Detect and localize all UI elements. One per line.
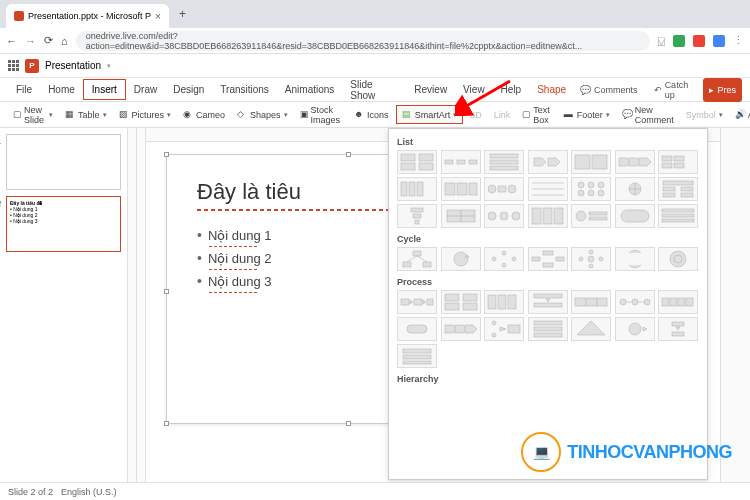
svg-rect-113: [678, 298, 685, 306]
browser-tab[interactable]: Presentation.pptx - Microsoft P ×: [6, 4, 169, 28]
smartart-item[interactable]: [397, 204, 437, 228]
footer-button[interactable]: ▬Footer▾: [559, 106, 615, 123]
new-comment-button[interactable]: 💬New Comment: [617, 102, 679, 128]
doc-title[interactable]: Presentation: [45, 60, 101, 71]
tab-shape[interactable]: Shape: [529, 80, 574, 99]
tab-insert[interactable]: Insert: [83, 79, 126, 100]
smartart-button[interactable]: ▤SmartArt▾: [396, 105, 464, 124]
new-tab-button[interactable]: +: [173, 7, 192, 21]
new-slide-button[interactable]: ▢New Slide▾: [8, 102, 58, 128]
tab-review[interactable]: Review: [406, 80, 455, 99]
smartart-item[interactable]: [615, 204, 655, 228]
home-button[interactable]: ⌂: [61, 35, 68, 47]
tab-home[interactable]: Home: [40, 80, 83, 99]
thumbnail-slide-2[interactable]: 2 Đây là tiêu đề • Nội dung 1 • Nội dung…: [6, 196, 121, 252]
close-tab-icon[interactable]: ×: [155, 11, 161, 22]
resize-handle[interactable]: [164, 152, 169, 157]
smartart-item[interactable]: [658, 204, 698, 228]
smartart-item[interactable]: [441, 290, 481, 314]
smartart-item[interactable]: [397, 247, 437, 271]
smartart-item[interactable]: [528, 150, 568, 174]
smartart-item[interactable]: [484, 290, 524, 314]
smartart-item[interactable]: [571, 150, 611, 174]
thumbnail-slide-1[interactable]: 1: [6, 134, 121, 190]
back-button[interactable]: ←: [6, 35, 17, 47]
textbox-button[interactable]: ▢Text Box: [517, 102, 557, 128]
present-button[interactable]: ▸ Pres: [703, 78, 742, 102]
table-button[interactable]: ▦Table▾: [60, 106, 112, 123]
smartart-item[interactable]: [397, 177, 437, 201]
extension-icon-3[interactable]: [713, 35, 725, 47]
smartart-item[interactable]: [528, 177, 568, 201]
audio-button[interactable]: 🔊Audio: [730, 106, 750, 123]
smartart-item[interactable]: [397, 290, 437, 314]
smartart-item[interactable]: [658, 247, 698, 271]
svg-rect-4: [445, 160, 453, 164]
smartart-item[interactable]: [615, 150, 655, 174]
smartart-item[interactable]: [571, 204, 611, 228]
ribbon-tabs: File Home Insert Draw Design Transitions…: [0, 78, 750, 102]
smartart-item[interactable]: [484, 177, 524, 201]
smartart-item[interactable]: [397, 344, 437, 368]
smartart-item[interactable]: [658, 150, 698, 174]
smartart-item[interactable]: [571, 317, 611, 341]
share-icon[interactable]: ⍌: [658, 35, 665, 47]
smartart-item[interactable]: [528, 317, 568, 341]
tab-transitions[interactable]: Transitions: [212, 80, 277, 99]
extension-icon-2[interactable]: [693, 35, 705, 47]
smartart-item[interactable]: [658, 317, 698, 341]
smartart-item[interactable]: [658, 290, 698, 314]
smartart-item[interactable]: [397, 317, 437, 341]
stock-images-button[interactable]: ▣Stock Images: [295, 102, 348, 128]
smartart-item[interactable]: [615, 247, 655, 271]
shapes-icon: ◇: [237, 109, 248, 120]
smartart-item[interactable]: [571, 177, 611, 201]
smartart-item[interactable]: [615, 317, 655, 341]
resize-handle[interactable]: [346, 421, 351, 426]
smartart-item[interactable]: [528, 247, 568, 271]
smartart-item[interactable]: [441, 177, 481, 201]
smartart-item[interactable]: [484, 150, 524, 174]
smartart-item[interactable]: [484, 247, 524, 271]
svg-rect-5: [457, 160, 465, 164]
smartart-item[interactable]: [528, 204, 568, 228]
pictures-button[interactable]: ▨Pictures▾: [114, 106, 177, 123]
tab-file[interactable]: File: [8, 80, 40, 99]
comments-button[interactable]: 💬 Comments: [574, 78, 644, 102]
resize-handle[interactable]: [164, 289, 169, 294]
watermark-icon: 💻: [521, 432, 561, 472]
smartart-item[interactable]: [441, 247, 481, 271]
tab-design[interactable]: Design: [165, 80, 212, 99]
tab-animations[interactable]: Animations: [277, 80, 342, 99]
smartart-item[interactable]: [571, 247, 611, 271]
cameo-button[interactable]: ◉Cameo: [178, 106, 230, 123]
svg-point-84: [589, 264, 593, 268]
smartart-item[interactable]: [441, 150, 481, 174]
catchup-button[interactable]: ↶ Catch up: [648, 78, 700, 102]
smartart-item[interactable]: [397, 150, 437, 174]
language-indicator[interactable]: English (U.S.): [61, 487, 117, 497]
smartart-item[interactable]: [484, 317, 524, 341]
smartart-item[interactable]: [571, 290, 611, 314]
smartart-item[interactable]: [658, 177, 698, 201]
extension-icon-1[interactable]: [673, 35, 685, 47]
resize-handle[interactable]: [346, 152, 351, 157]
svg-rect-57: [543, 208, 552, 224]
forward-button[interactable]: →: [25, 35, 36, 47]
app-launcher-icon[interactable]: [8, 60, 19, 71]
tab-slideshow[interactable]: Slide Show: [342, 75, 406, 105]
url-input[interactable]: onedrive.live.com/edit?action=editnew&id…: [76, 31, 650, 51]
smartart-item[interactable]: [528, 290, 568, 314]
smartart-item[interactable]: [484, 204, 524, 228]
smartart-item[interactable]: [615, 177, 655, 201]
smartart-item[interactable]: [615, 290, 655, 314]
chevron-down-icon[interactable]: ▾: [107, 62, 111, 70]
icons-button[interactable]: ☻Icons: [349, 106, 394, 123]
reload-button[interactable]: ⟳: [44, 34, 53, 47]
smartart-item[interactable]: [441, 317, 481, 341]
smartart-item[interactable]: [441, 204, 481, 228]
tab-draw[interactable]: Draw: [126, 80, 165, 99]
resize-handle[interactable]: [164, 421, 169, 426]
shapes-button[interactable]: ◇Shapes▾: [232, 106, 293, 123]
browser-menu-icon[interactable]: ⋮: [733, 34, 744, 47]
